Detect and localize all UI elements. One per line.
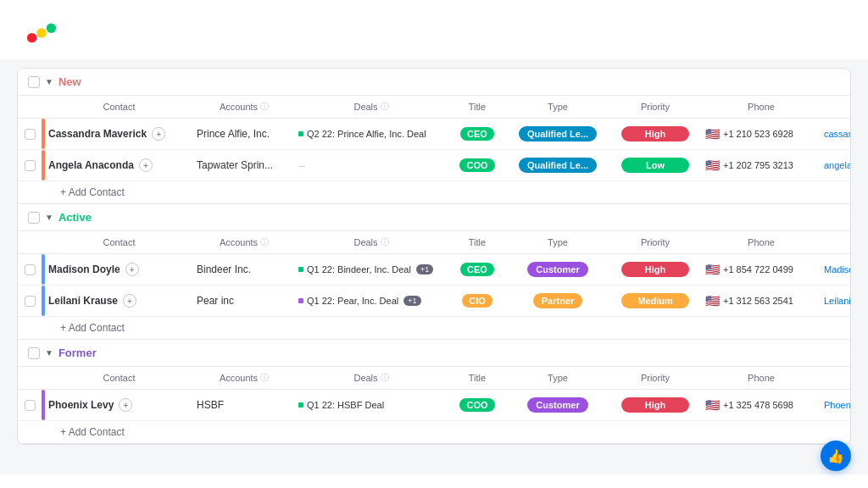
header-check	[18, 102, 42, 112]
flag-icon: 🇺🇸	[705, 398, 720, 412]
group-label-former: Former	[58, 347, 97, 359]
group-header-new[interactable]: ▼ New	[18, 69, 850, 95]
title-badge: CEO	[460, 263, 494, 276]
group-header-former[interactable]: ▼ Former	[18, 340, 850, 366]
row-check-input[interactable]	[25, 160, 36, 171]
title-badge: COO	[459, 158, 494, 172]
group-checkbox-active[interactable]	[28, 212, 40, 224]
group-label-active: Active	[58, 211, 92, 224]
deals-info-icon[interactable]: ⓘ	[381, 372, 389, 384]
deal-color-bar	[298, 402, 303, 408]
add-person-icon[interactable]: +	[123, 294, 136, 308]
priority-cell: High	[609, 126, 702, 141]
group-checkbox-former[interactable]	[28, 347, 40, 359]
contact-name: Angela Anaconda	[48, 159, 134, 171]
add-contact-new[interactable]: + Add Contact	[18, 181, 850, 203]
fab-button[interactable]: 👍	[821, 441, 851, 471]
monday-logo-icon	[25, 15, 58, 47]
header-title: Title	[448, 232, 507, 252]
header-accounts: Accounts ⓘ	[193, 367, 295, 389]
deal-text: Q1 22: HSBF Deal	[307, 400, 384, 410]
chevron-icon-former: ▼	[45, 348, 53, 358]
title-badge: CEO	[460, 127, 494, 141]
header-email: Email	[821, 368, 851, 388]
group-header-active[interactable]: ▼ Active	[18, 204, 850, 230]
priority-badge: High	[621, 126, 689, 141]
title-badge: CIO	[462, 294, 492, 308]
group-active: ▼ Active Contact Accounts ⓘ Deals ⓘ Titl…	[18, 204, 850, 340]
type-cell: Qualified Le...	[507, 126, 609, 141]
deals-cell: Q1 22: Bindeer, Inc. Deal +1	[295, 261, 448, 278]
title-badge: COO	[459, 398, 494, 412]
chevron-icon-new: ▼	[45, 77, 53, 86]
add-person-icon[interactable]: +	[139, 158, 153, 172]
contact-cell: Phoenix Levy +	[45, 393, 193, 417]
accounts-info-icon[interactable]: ⓘ	[260, 372, 269, 384]
header-deals: Deals ⓘ	[295, 231, 448, 253]
deal-color-bar	[298, 267, 303, 272]
priority-badge: High	[621, 397, 689, 413]
header-priority: Priority	[609, 97, 702, 117]
accounts-info-icon[interactable]: ⓘ	[260, 101, 269, 113]
add-person-icon[interactable]: +	[152, 127, 165, 141]
row-checkbox[interactable]	[18, 296, 42, 307]
email-cell[interactable]: Phoenix@email.com	[821, 396, 851, 413]
account-name: Prince Alfie, Inc.	[197, 128, 270, 140]
row-check-input[interactable]	[25, 129, 36, 140]
table-row: Cassandra Maverick + Prince Alfie, Inc. …	[18, 119, 850, 150]
row-checkbox[interactable]	[18, 400, 42, 411]
accounts-info-icon[interactable]: ⓘ	[260, 236, 269, 248]
logo-text	[63, 16, 64, 47]
phone-cell: 🇺🇸 +1 312 563 2541	[702, 291, 821, 311]
type-badge: Partner	[533, 293, 583, 308]
row-check-input[interactable]	[25, 296, 36, 307]
priority-cell: High	[609, 397, 702, 413]
header-type: Type	[507, 97, 609, 117]
type-cell: Customer	[507, 262, 609, 277]
type-cell: Partner	[507, 293, 609, 308]
header-check	[18, 237, 42, 247]
email-cell[interactable]: angela@cartoons.com	[821, 157, 851, 174]
add-person-icon[interactable]: +	[125, 263, 139, 276]
phone-number: +1 325 478 5698	[723, 400, 793, 410]
priority-cell: Low	[609, 158, 702, 173]
deal-badge: +1	[416, 264, 433, 274]
account-cell: Tapwater Sprin...	[193, 156, 295, 175]
group-checkbox-new[interactable]	[28, 76, 40, 88]
crm-table: ▼ New Contact Accounts ⓘ Deals ⓘ Title T…	[17, 68, 851, 445]
flag-icon: 🇺🇸	[705, 294, 720, 308]
email-cell[interactable]: cassandra@email.com	[821, 125, 851, 142]
title-cell: CEO	[448, 263, 507, 276]
email-cell[interactable]: Madison@email.com	[821, 261, 851, 278]
contact-cell: Cassandra Maverick +	[45, 122, 193, 146]
row-checkbox[interactable]	[18, 129, 42, 140]
flag-icon: 🇺🇸	[705, 263, 720, 276]
svg-point-1	[36, 28, 46, 37]
group-label-new: New	[58, 75, 81, 88]
deals-cell: Q1 22: Pear, Inc. Deal +1	[295, 292, 448, 309]
deals-info-icon[interactable]: ⓘ	[381, 101, 389, 113]
deal-text: Q1 22: Bindeer, Inc. Deal	[307, 264, 411, 274]
add-contact-former[interactable]: + Add Contact	[18, 421, 850, 443]
table-header-new: Contact Accounts ⓘ Deals ⓘ Title Type Pr…	[18, 95, 850, 119]
priority-badge: Low	[621, 158, 689, 173]
header-phone: Phone	[702, 368, 821, 388]
row-checkbox[interactable]	[18, 160, 42, 171]
contact-cell: Angela Anaconda +	[45, 153, 193, 177]
main-content: ▼ New Contact Accounts ⓘ Deals ⓘ Title T…	[0, 59, 868, 474]
svg-point-2	[47, 24, 56, 33]
header-contact: Contact	[45, 368, 193, 388]
row-check-input[interactable]	[25, 264, 36, 275]
add-person-icon[interactable]: +	[119, 398, 132, 412]
account-name: Bindeer Inc.	[197, 263, 251, 275]
type-badge: Customer	[527, 262, 587, 277]
row-check-input[interactable]	[25, 400, 36, 411]
row-checkbox[interactable]	[18, 264, 42, 275]
svg-point-0	[27, 33, 36, 42]
deal-dash: –	[298, 158, 305, 172]
deal-text: Q2 22: Prince Alfie, Inc. Deal	[307, 129, 426, 139]
priority-cell: High	[609, 262, 702, 277]
add-contact-active[interactable]: + Add Contact	[18, 317, 850, 339]
email-cell[interactable]: Leilani@email.com	[821, 292, 851, 309]
deals-info-icon[interactable]: ⓘ	[381, 236, 389, 248]
